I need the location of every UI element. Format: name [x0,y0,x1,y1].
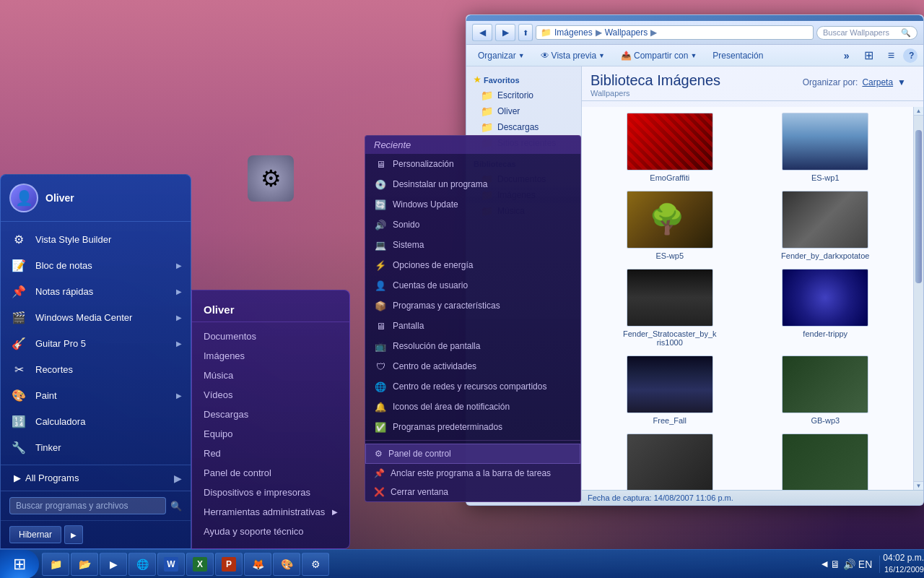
right-equipo[interactable]: Equipo [192,424,349,444]
taskbar-msn[interactable]: 🌐 [128,553,156,576]
presentation-menu[interactable]: Presentación [707,49,769,62]
ctx-centro-actividades[interactable]: 🛡 Centro de actividades [365,356,580,376]
ctx-resolucion[interactable]: 📺 Resolución de pantalla [365,336,580,356]
more-menu[interactable]: » [838,48,855,63]
ctx-cuentas-usuario[interactable]: 👤 Cuentas de usuario [365,275,580,296]
ctx-programas-predeterminados[interactable]: ✅ Programas predeterminados [365,417,580,437]
view-icons[interactable]: ⊞ [858,47,879,64]
program-guitar-pro[interactable]: 🎸 Guitar Pro 5 ▶ [1,330,191,356]
right-videos[interactable]: Vídeos [192,385,349,405]
ctx-iconos-notificacion[interactable]: 🔔 Iconos del área de notificación [365,397,580,417]
right-documentos[interactable]: Documentos [192,327,349,346]
right-descargas[interactable]: Descargas [192,405,349,424]
forward-button[interactable]: ▶ [495,24,515,41]
ctx-desinstalar[interactable]: 💿 Desinstalar un programa [365,174,580,194]
sidebar-oliver[interactable]: 📁 Oliver [466,103,581,119]
scrollbar-thumb[interactable] [915,130,922,283]
all-programs-button[interactable]: ▶ All Programs [9,470,170,486]
ctx-sistema[interactable]: 💻 Sistema [365,235,580,255]
thumb-emograffiti[interactable]: EmoGraffiti [596,113,744,182]
desinstalar-icon: 💿 [374,178,387,191]
preview-menu[interactable]: 👁 Vista previa ▼ [535,49,611,62]
ctx-pantalla[interactable]: 🖥 Pantalla [365,316,580,336]
ctx-personalizacion[interactable]: 🖥 Personalización [365,154,580,174]
organize-by-arrow[interactable]: ▼ [897,77,906,87]
right-ayuda[interactable]: Ayuda y soporte técnico [192,522,349,541]
ctx-opciones-energia[interactable]: ⚡ Opciones de energía [365,255,580,275]
taskbar-excel[interactable]: X [186,553,214,576]
taskbar-firefox[interactable]: 🦊 [244,553,271,576]
share-menu[interactable]: 📤 Compartir con ▼ [615,49,702,62]
ctx-windows-update[interactable]: 🔄 Windows Update [365,194,580,215]
taskbar-clock[interactable]: 04:02 p.m. 16/12/2009 [883,552,924,575]
view-list[interactable]: ≡ [882,48,900,64]
bloc-arrow: ▶ [176,262,182,269]
thumb-fender-darkx[interactable]: Fender_by_darkxpotatoe [752,191,899,260]
desktop-icon-gear[interactable]: ⚙ [242,155,300,202]
thumb-gbwp3[interactable]: GB-wp3 [752,355,899,425]
hibernate-button[interactable]: Hibernar [9,526,61,543]
right-panel-control[interactable]: Panel de control [192,463,349,483]
cuentas-icon: 👤 [374,279,387,292]
program-notas-rapidas[interactable]: 📌 Notas rápidas ▶ [1,278,191,304]
program-vista-style-builder[interactable]: ⚙ Vista Style Builder [1,226,191,252]
footer-panel-label: Panel de control [388,449,451,459]
ctx-programas-caracteristicas[interactable]: 📦 Programas y características [365,296,580,316]
program-recortes[interactable]: ✂ Recortes [1,356,191,382]
right-musica[interactable]: Música [192,366,349,385]
program-windows-media-center[interactable]: 🎬 Windows Media Center ▶ [1,304,191,330]
taskbar-files[interactable]: 📁 [42,553,69,576]
thumb-eswp1[interactable]: ES-wp1 [752,113,899,182]
thumb-eswp5[interactable]: ES-wp5 [596,191,744,260]
program-calculadora[interactable]: 🔢 Calculadora [1,408,191,434]
sidebar-descargas[interactable]: 📁 Descargas [466,119,581,135]
taskbar-divider [879,556,880,573]
program-tinker[interactable]: 🔧 Tinker [1,434,191,460]
ctx-footer-anclar[interactable]: 📌 Anclar este programa a la barra de tar… [365,464,580,483]
taskbar-controlpanel[interactable]: ⚙ [302,553,329,576]
organize-by-label: Organizar por: [803,77,858,87]
start-button[interactable] [0,550,39,579]
sidebar-escritorio[interactable]: 📁 Escritorio [466,87,581,103]
ctx-footer-cerrar[interactable]: ❌ Cerrar ventana [365,483,580,501]
organize-menu[interactable]: Organizar ▼ [472,49,531,62]
up-button[interactable]: ⬆ [518,24,533,41]
footer-panel-icon: ⚙ [375,449,383,459]
scroll-down-button[interactable]: ▼ [914,481,923,490]
ctx-centro-redes[interactable]: 🌐 Centro de redes y recursos compartidos [365,376,580,397]
taskbar-word[interactable]: W [157,553,185,576]
program-bloc-notas[interactable]: 📝 Bloc de notas ▶ [1,252,191,278]
notas-icon: 📌 [9,282,28,301]
tray-arrow[interactable]: ◀ [821,559,827,569]
back-button[interactable]: ◀ [472,24,492,41]
search-box[interactable]: Buscar Wallpapers 🔍 [816,26,918,40]
taskbar-paint[interactable]: 🎨 [273,553,300,576]
thumb-extra1[interactable] [596,434,744,490]
tray-lang-icon[interactable]: EN [858,558,872,570]
taskbar-ppt[interactable]: P [215,553,243,576]
thumb-extra2[interactable] [752,434,899,490]
ctx-footer-panel-control[interactable]: ⚙ Panel de control [365,444,580,464]
explorer-scrollbar[interactable]: ▲ ▼ [913,107,923,490]
right-imagenes[interactable]: Imágenes [192,346,349,366]
resolucion-label: Resolución de pantalla [393,341,480,351]
right-herramientas[interactable]: Herramientas administrativas ▶ [192,502,349,522]
help-button[interactable]: ? [903,48,918,63]
thumb-freefall[interactable]: Free_Fall [596,355,744,425]
thumb-fender-trippy[interactable]: fender-trippy [752,269,899,347]
taskbar-wmp[interactable]: ▶ [100,553,127,576]
right-dispositivos[interactable]: Dispositivos e impresoras [192,483,349,502]
tray-volume-icon[interactable]: 🔊 [843,558,855,570]
address-bar[interactable]: 📁 Imágenes ▶ Wallpapers ▶ [536,25,814,40]
start-search-input[interactable] [9,497,166,514]
thumb-fender-strat[interactable]: Fender_Stratocaster_by_kris1000 [596,269,744,347]
taskbar-ie[interactable]: 📂 [71,553,98,576]
organize-by-value[interactable]: Carpeta [862,77,893,87]
right-red[interactable]: Red [192,444,349,463]
tray-network-icon[interactable]: 🖥 [830,558,840,570]
program-paint[interactable]: 🎨 Paint ▶ [1,382,191,408]
hibernate-extra-button[interactable]: ▶ [64,525,83,544]
ctx-sonido[interactable]: 🔊 Sonido [365,215,580,235]
scroll-up-button[interactable]: ▲ [914,107,923,116]
all-programs-icon: ▶ [14,473,21,483]
